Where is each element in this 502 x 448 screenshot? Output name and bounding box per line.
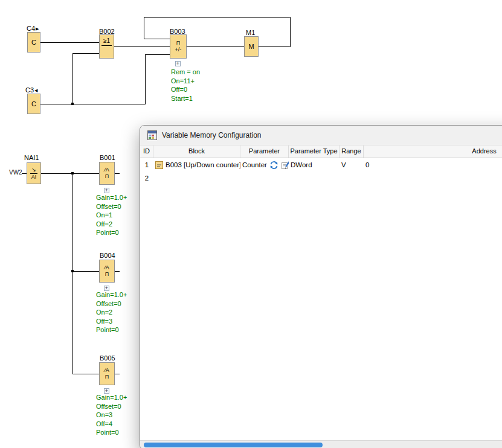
block-mini-icon — [155, 161, 163, 169]
counter-pulse-symbol: ⊓ — [176, 40, 180, 46]
threshold-pulse-symbol: ⊓ — [105, 271, 109, 278]
cell-parameter-type[interactable]: DWord — [289, 161, 339, 168]
b001-expand-icon[interactable]: + — [104, 188, 109, 193]
cell-parameter-text: Counter — [242, 161, 267, 168]
header-address[interactable]: Address — [364, 146, 502, 158]
edit-pencil-icon[interactable] — [281, 161, 289, 170]
cursor-right-marker: ▶ — [36, 27, 39, 31]
cell-address[interactable]: 0 — [364, 161, 502, 168]
threshold-ramp-symbol: ∕A — [105, 264, 109, 271]
operand-vw2-label: VW2 — [9, 169, 22, 176]
b004-parameters: Gain=1.0+ Offset=0 On=2 Off=3 Point=0 — [96, 290, 127, 334]
horizontal-scrollbar-thumb[interactable] — [144, 443, 323, 447]
dialog-titlebar[interactable]: Variable Memory Configuration — [140, 126, 502, 145]
variable-memory-dialog: Variable Memory Configuration ID Block P… — [140, 125, 502, 448]
block-b001-analog-threshold[interactable]: ∕A ⊓ — [99, 162, 115, 185]
param-line: Offset=0 — [96, 402, 127, 411]
or-gate-symbol: ≥1 — [101, 37, 112, 46]
horizontal-scrollbar-track[interactable] — [140, 440, 502, 448]
table-row[interactable]: 2 — [140, 171, 502, 185]
cursor-key-symbol: C — [31, 100, 36, 107]
threshold-pulse-symbol: ⊓ — [105, 173, 109, 180]
param-line: Off=3 — [96, 317, 127, 326]
block-b003-updown-counter[interactable]: ⊓ +/- — [170, 34, 187, 59]
table-header-row: ID Block Parameter Parameter Type Range … — [140, 145, 502, 158]
refresh-icon[interactable] — [269, 161, 278, 170]
block-b001-label: B001 — [100, 154, 115, 161]
dialog-app-icon — [147, 130, 157, 140]
dialog-title: Variable Memory Configuration — [162, 131, 262, 139]
analog-input-symbol: AI — [31, 174, 37, 181]
param-line: On=2 — [96, 308, 127, 317]
param-line: Off=4 — [96, 420, 127, 429]
block-m1-label: M1 — [246, 29, 255, 36]
param-line: Point=0 — [96, 228, 127, 237]
fbd-editor-canvas: { "canvas": { "labels": { "c4": "C4", "c… — [0, 0, 502, 448]
param-line: Gain=1.0+ — [96, 193, 127, 202]
header-block[interactable]: Block — [153, 146, 240, 158]
threshold-ramp-symbol: ∕A — [105, 167, 109, 173]
label-text: C4 — [27, 25, 35, 32]
param-line: Gain=1.0+ — [96, 393, 127, 402]
block-m1-marker[interactable]: M — [244, 36, 259, 57]
block-nai1-label: NAI1 — [24, 154, 39, 161]
param-line: On=3 — [96, 411, 127, 420]
block-b004-label: B004 — [100, 252, 115, 259]
b005-parameters: Gain=1.0+ Offset=0 On=3 Off=4 Point=0 — [96, 393, 127, 437]
param-line: Start=1 — [171, 94, 200, 103]
header-id[interactable]: ID — [140, 146, 153, 158]
block-nai1-analog-input[interactable]: ↘ AI — [27, 162, 41, 184]
marker-symbol: M — [248, 43, 254, 50]
block-c3[interactable]: C — [27, 94, 40, 114]
param-line: Gain=1.0+ — [96, 290, 127, 299]
counter-plusminus-symbol: +/- — [175, 46, 182, 53]
param-line: Offset=0 — [96, 299, 127, 309]
block-c3-label: C3◀ — [25, 86, 37, 94]
threshold-pulse-symbol: ⊓ — [105, 374, 109, 380]
cell-block-text: B003 [Up/Down counter] — [166, 161, 240, 168]
b003-parameters: Rem = on On=11+ Off=0 Start=1 — [171, 68, 200, 103]
cell-id[interactable]: 2 — [140, 174, 153, 182]
param-line: Offset=0 — [96, 202, 127, 211]
cursor-left-marker: ◀ — [34, 88, 37, 92]
threshold-ramp-symbol: ∕A — [105, 367, 109, 374]
label-text: C3 — [25, 86, 34, 94]
block-b004-analog-threshold[interactable]: ∕A ⊓ — [99, 260, 115, 283]
b003-expand-icon[interactable]: + — [175, 61, 181, 66]
param-line: Off=0 — [171, 85, 200, 94]
block-b002-or-gate[interactable]: ≥1 — [99, 34, 114, 59]
header-parameter[interactable]: Parameter — [240, 146, 289, 158]
analog-arrow-symbol: ↘ — [30, 167, 37, 174]
block-b005-label: B005 — [100, 354, 115, 362]
cell-range[interactable]: V — [339, 161, 364, 168]
b001-parameters: Gain=1.0+ Offset=0 On=1 Off=2 Point=0 — [96, 193, 127, 237]
block-c4[interactable]: C — [27, 32, 40, 53]
table-row[interactable]: 1 B003 [Up/Down counter] Counter — [140, 158, 502, 171]
param-line: Point=0 — [96, 428, 127, 437]
cell-block[interactable]: B003 [Up/Down counter] — [153, 161, 240, 169]
cell-id[interactable]: 1 — [140, 161, 153, 168]
block-c4-label: C4▶ — [27, 25, 39, 32]
param-line: On=11+ — [171, 77, 200, 86]
param-line: Point=0 — [96, 325, 127, 334]
param-line: Rem = on — [171, 68, 200, 77]
param-line: Off=2 — [96, 220, 127, 229]
cell-parameter[interactable]: Counter — [240, 161, 289, 170]
cursor-key-symbol: C — [31, 39, 36, 46]
block-b005-analog-threshold[interactable]: ∕A ⊓ — [99, 362, 115, 385]
header-range[interactable]: Range — [339, 146, 364, 158]
param-line: On=1 — [96, 211, 127, 220]
header-parameter-type[interactable]: Parameter Type — [289, 146, 339, 158]
